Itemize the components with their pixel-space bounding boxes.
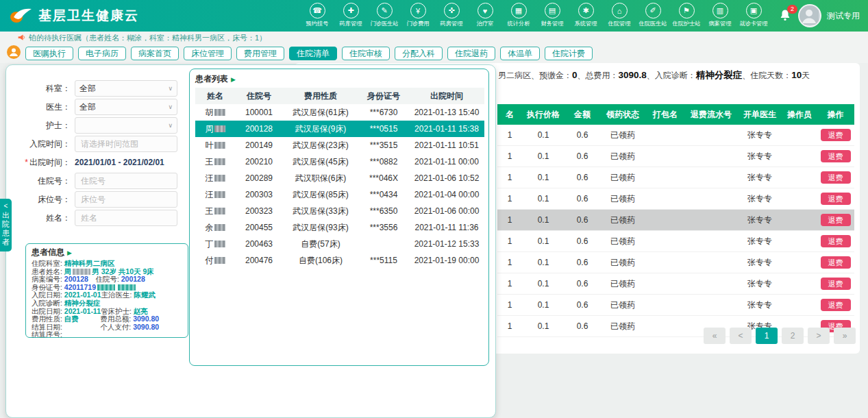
tab-2[interactable]: 病案首页	[131, 47, 179, 60]
cell-fee: 武汉职保(6床)	[283, 170, 358, 186]
module-tabs: 医嘱执行电子病历病案首页床位管理费用管理住院清单住院审核分配入科住院退药体温单住…	[25, 47, 593, 60]
nav-item-drug-store-mgmt[interactable]: ✚药库管理	[335, 3, 367, 29]
cell: 已领药	[600, 273, 645, 295]
doctor-select[interactable]: 全部∨	[75, 99, 177, 115]
cell	[782, 252, 817, 273]
refund-button[interactable]: 退费	[821, 150, 851, 162]
tab-6[interactable]: 住院审核	[342, 47, 390, 60]
admission-time-input[interactable]	[79, 138, 173, 149]
cell: 0.6	[565, 316, 600, 337]
nav-item-inpatient-doctor-station[interactable]: ✐住院医生站	[637, 3, 669, 29]
patient-row[interactable]: 汪200289武汉职保(6床)***046X2021-01-06 10:52	[195, 170, 484, 186]
page-next[interactable]: >	[808, 328, 830, 344]
nav-item-inpatient-mgmt[interactable]: ⌂住院管理	[604, 3, 635, 29]
charge-row: 10.10.6已领药张专专退费	[497, 188, 854, 210]
patient-context-icon[interactable]	[7, 45, 21, 62]
info-label: 入院日期:	[32, 291, 64, 299]
refund-button[interactable]: 退费	[821, 278, 851, 290]
notification-bell-icon[interactable]: 2	[779, 8, 793, 23]
cell-fee: 武汉居保(23床)	[283, 137, 358, 153]
column-header: 退费流水号	[685, 104, 737, 125]
page-page-1[interactable]: 1	[756, 328, 778, 344]
tab-4[interactable]: 费用管理	[236, 47, 284, 60]
discharge-patients-side-tab[interactable]: < 出院患者	[0, 199, 12, 251]
nav-item-finance-mgmt[interactable]: ▤财务管理	[536, 3, 568, 29]
nav-item-statistics-analysis[interactable]: ▦统计分析	[503, 3, 534, 29]
patient-row[interactable]: 叶200149武汉居保(23床)***35152021-01-11 10:51	[195, 137, 484, 153]
nav-item-treatment-room[interactable]: ♥治疗室	[469, 3, 501, 29]
refund-button[interactable]: 退费	[821, 299, 851, 311]
cell-id: 200289	[235, 170, 283, 186]
cell: 已领药	[600, 146, 645, 167]
refund-button[interactable]: 退费	[821, 171, 851, 184]
patient-row[interactable]: 付200476自费(106床)***51152021-01-19 00:00	[195, 252, 484, 269]
nav-item-appointment-registration[interactable]: ☎预约挂号	[301, 3, 333, 29]
cell	[685, 231, 737, 252]
cell	[782, 188, 817, 210]
patient-row[interactable]: 胡100001武汉居保(61床)***67302021-01-13 15:40	[195, 104, 484, 121]
cell-id: 200463	[235, 236, 283, 252]
filter-row: 医生：全部∨	[18, 99, 177, 115]
page-first[interactable]: «	[704, 328, 726, 344]
patient-row[interactable]: 王200210武汉居保(45床)***08822021-01-11 00:00	[195, 153, 484, 170]
summary-value: 3090.8	[619, 70, 647, 80]
nav-item-outpatient-fee[interactable]: ¥门诊费用	[402, 3, 434, 29]
system-mgmt-icon: ✱	[578, 3, 594, 19]
nav-item-visit-card-mgmt[interactable]: ▣就诊卡管理	[738, 3, 769, 29]
patient-row[interactable]: 余200455武汉居保(93床)***35562021-01-11 11:36	[195, 219, 484, 236]
cell	[685, 273, 737, 295]
user-avatar[interactable]	[798, 4, 821, 27]
page-page-2[interactable]: 2	[782, 328, 804, 344]
tab-9[interactable]: 体温单	[500, 47, 540, 60]
nav-item-label: 系统管理	[575, 20, 597, 27]
summary-value: 精神分裂症	[696, 70, 743, 80]
charge-row: 10.10.6已领药张专专退费	[497, 146, 854, 167]
department-select[interactable]: 全部∨	[75, 80, 177, 97]
cell-time: 2021-01-11 00:00	[409, 153, 484, 170]
cell: 0.1	[522, 273, 565, 295]
nav-item-outpatient-doctor-station[interactable]: ✎门诊医生站	[369, 3, 400, 29]
cell: 0.1	[522, 125, 565, 146]
tab-1[interactable]: 电子病历	[78, 47, 126, 60]
nav-item-system-mgmt[interactable]: ✱系统管理	[570, 3, 602, 29]
tab-10[interactable]: 住院计费	[545, 47, 593, 60]
appointment-registration-icon: ☎	[310, 3, 325, 19]
treatment-room-icon: ♥	[478, 3, 493, 19]
user-name: 测试专用	[827, 10, 860, 22]
patient-info-line: 结算序号:	[32, 331, 182, 338]
refund-button[interactable]: 退费	[821, 214, 851, 226]
patient-row[interactable]: 丁200463自费(57床)2021-01-12 15:33	[195, 236, 484, 252]
patient-info-line: 入院日期: 2021-01-01主治医生: 陈耀武	[32, 291, 182, 299]
refund-button[interactable]: 退费	[821, 129, 851, 141]
cell-fee: 武汉居保(85床)	[283, 186, 358, 203]
nurse-select[interactable]: ∨	[75, 117, 177, 134]
patient-row[interactable]: 王200323武汉居保(33床)***63502021-01-06 00:00	[195, 203, 484, 219]
cell-id: 200210	[235, 153, 283, 170]
tab-0[interactable]: 医嘱执行	[25, 47, 73, 60]
page-prev[interactable]: <	[730, 328, 752, 344]
tab-5[interactable]: 住院清单	[289, 47, 337, 60]
tab-7[interactable]: 分配入科	[395, 47, 443, 60]
tab-3[interactable]: 床位管理	[184, 47, 232, 60]
nav-item-medical-record-mgmt[interactable]: ▥病案管理	[704, 3, 736, 29]
cell-time: 2021-01-04 00:00	[409, 186, 484, 203]
bed-no-input[interactable]	[79, 194, 173, 205]
patient-row[interactable]: 周200128武汉居保(9床)***05152021-01-11 15:38	[195, 121, 484, 137]
filter-row: 入院时间：	[18, 136, 177, 152]
inpatient-no-input[interactable]	[79, 175, 173, 186]
tab-8[interactable]: 住院退药	[447, 47, 495, 60]
cell	[685, 146, 737, 167]
page-last[interactable]: »	[834, 328, 856, 344]
refund-button[interactable]: 退费	[821, 235, 851, 247]
refund-button[interactable]: 退费	[821, 256, 851, 269]
cell	[645, 231, 685, 252]
patient-row[interactable]: 汪200303武汉居保(85床)***04342021-01-04 00:00	[195, 186, 484, 203]
nav-item-inpatient-nurse-station[interactable]: ⚑住院护士站	[671, 3, 702, 29]
refund-button[interactable]: 退费	[821, 193, 851, 205]
nav-item-pharmacy-mgmt[interactable]: ✜药房管理	[436, 3, 467, 29]
cell: 1	[497, 316, 522, 337]
patient-name-input[interactable]	[79, 212, 173, 223]
discharge-time-value[interactable]: 2021/01/01 - 2021/02/01	[75, 158, 164, 167]
charge-row: 10.10.6已领药张专专退费	[497, 231, 854, 252]
cell-time: 2021-01-19 00:00	[409, 252, 484, 269]
